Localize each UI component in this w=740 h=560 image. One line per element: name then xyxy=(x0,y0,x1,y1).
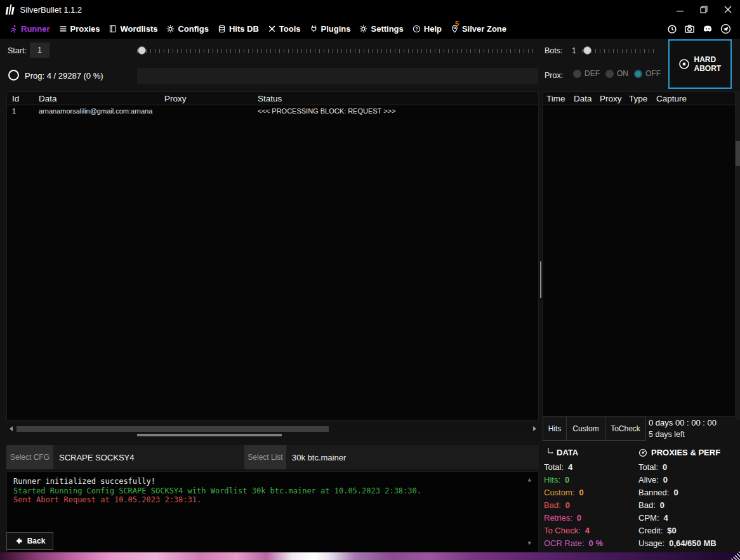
data-panel-header: DATA xyxy=(544,448,578,457)
nav-item-label: Settings xyxy=(371,24,403,34)
bots-value: 1 xyxy=(572,46,576,55)
nav-item-label: Tools xyxy=(279,24,301,34)
scroll-left-button[interactable] xyxy=(6,424,15,433)
nav-item-tools[interactable]: Tools xyxy=(263,24,305,34)
scrollbar-thumb[interactable] xyxy=(736,141,740,166)
start-slider[interactable] xyxy=(137,46,536,55)
table-row[interactable]: 1 arnanamorsalilin@gmail.com:arnana <<< … xyxy=(7,105,538,116)
slider-thumb[interactable] xyxy=(583,46,591,55)
stat-tocheck: To Check:4 xyxy=(544,524,603,537)
stat-proxy-total: Total:0 xyxy=(638,460,717,473)
telegram-icon[interactable] xyxy=(720,23,731,34)
nav-right-icons xyxy=(666,23,740,34)
radio-icon xyxy=(573,70,581,78)
tab-hits[interactable]: Hits xyxy=(543,417,567,441)
hits-table: Time Data Proxy Type Capture xyxy=(543,91,736,417)
radio-label: ON xyxy=(617,69,628,78)
back-button[interactable]: Back xyxy=(6,532,53,550)
plug-icon xyxy=(310,25,318,33)
abort-record-icon xyxy=(678,58,690,70)
gauge-icon xyxy=(638,448,647,457)
hard-abort-button[interactable]: HARD ABORT xyxy=(668,39,732,89)
tab-tocheck[interactable]: ToCheck xyxy=(605,417,646,441)
column-header-capture: Capture xyxy=(653,94,735,103)
svg-text:?: ? xyxy=(415,27,418,31)
slider-thumb[interactable] xyxy=(138,46,146,55)
nav-item-configs[interactable]: Configs xyxy=(162,24,213,34)
window-title: SilverBullet 1.1.2 xyxy=(20,5,83,15)
elapsed-timer: 0 days 00 : 00 : 00 xyxy=(649,418,717,427)
horizontal-scrollbar[interactable] xyxy=(6,424,539,433)
vertical-scrollbar[interactable] xyxy=(736,91,740,420)
scroll-right-button[interactable] xyxy=(530,424,539,433)
proxies-perf-title: PROXIES & PERF xyxy=(651,448,720,457)
nav-item-wordlists[interactable]: Wordlists xyxy=(104,24,162,34)
gear-icon xyxy=(166,25,175,33)
select-config-button[interactable]: Select CFG xyxy=(6,445,53,469)
start-label: Start: xyxy=(8,46,27,55)
stat-cpm: CPM:4 xyxy=(638,511,717,524)
help-icon: ? xyxy=(413,25,421,33)
app-logo-icon xyxy=(6,4,15,15)
log-line: Started Running Config SCRAPE SOCKSY4 wi… xyxy=(13,486,532,496)
discord-icon[interactable] xyxy=(702,23,713,34)
minimize-icon xyxy=(677,6,684,13)
nav-item-runner[interactable]: Runner xyxy=(5,24,55,34)
prox-radio-off[interactable]: OFF xyxy=(634,69,661,78)
pie-chart-icon xyxy=(544,448,553,457)
data-panel-title: DATA xyxy=(557,448,578,457)
minimize-button[interactable] xyxy=(668,0,692,19)
column-header-proxy: Proxy xyxy=(159,94,253,103)
prox-radio-on[interactable]: ON xyxy=(605,69,628,78)
log-scroll-up-icon[interactable]: ▲ xyxy=(528,475,531,485)
nav-item-settings[interactable]: Settings xyxy=(355,24,407,34)
config-name-field[interactable]: SCRAPE SOCKSY4 xyxy=(53,445,244,469)
stat-bad: Bad:0 xyxy=(544,498,603,511)
nav-item-help[interactable]: ? Help xyxy=(408,24,446,34)
progress-ring-icon xyxy=(8,70,19,81)
column-header-time: Time xyxy=(543,94,571,103)
nav-item-plugins[interactable]: Plugins xyxy=(305,24,355,34)
start-input[interactable] xyxy=(30,42,50,58)
nav-item-label: Plugins xyxy=(321,24,351,34)
nav-item-proxies[interactable]: Proxies xyxy=(55,24,105,34)
bots-slider[interactable] xyxy=(582,46,657,55)
cell-data: arnanamorsalilin@gmail.com:arnana xyxy=(34,107,159,115)
scrollbar-thumb[interactable] xyxy=(17,426,329,432)
history-icon[interactable] xyxy=(666,23,677,34)
runner-icon xyxy=(10,25,18,33)
camera-icon[interactable] xyxy=(684,23,695,34)
stat-custom: Custom:0 xyxy=(544,486,603,498)
column-header-status: Status xyxy=(253,94,538,103)
slider-track xyxy=(137,49,536,53)
prox-radio-def[interactable]: DEF xyxy=(573,69,600,78)
book-icon xyxy=(109,25,117,33)
scrollbar-track[interactable] xyxy=(15,424,530,433)
bots-label: Bots: xyxy=(545,46,563,55)
nav-item-hits-db[interactable]: Hits DB xyxy=(213,24,263,34)
main-menu: Runner Proxies Wordlists Configs Hits DB… xyxy=(0,19,740,39)
column-header-data: Data xyxy=(571,94,597,103)
column-header-type: Type xyxy=(626,94,653,103)
maximize-icon xyxy=(700,6,708,13)
wordlist-name-field[interactable]: 30k btc.mainer xyxy=(286,445,539,469)
close-button[interactable] xyxy=(716,0,740,19)
radio-icon xyxy=(634,70,642,78)
stat-proxy-banned: Banned:0 xyxy=(638,486,717,498)
select-list-button[interactable]: Select List xyxy=(244,445,286,469)
titlebar: SilverBullet 1.1.2 xyxy=(0,0,740,19)
maximize-button[interactable] xyxy=(692,0,716,19)
nav-item-silver-zone[interactable]: 5 Silver Zone xyxy=(446,24,511,34)
column-header-data: Data xyxy=(34,94,159,103)
tab-custom[interactable]: Custom xyxy=(566,417,605,441)
desktop-wallpaper-strip xyxy=(0,552,740,560)
window-controls xyxy=(668,0,740,19)
log-scroll-down-icon[interactable]: ▼ xyxy=(528,538,531,548)
back-label: Back xyxy=(27,537,46,545)
left-arrow-icon xyxy=(10,426,13,431)
splitter-handle[interactable] xyxy=(540,261,541,298)
nav-item-label: Proxies xyxy=(70,24,100,34)
tools-icon xyxy=(268,25,276,33)
silverbullet-window: SilverBullet 1.1.2 Runner Proxies Wordli… xyxy=(0,0,740,560)
cell-status: <<< PROCESSING BLOCK: REQUEST >>> xyxy=(253,107,538,115)
